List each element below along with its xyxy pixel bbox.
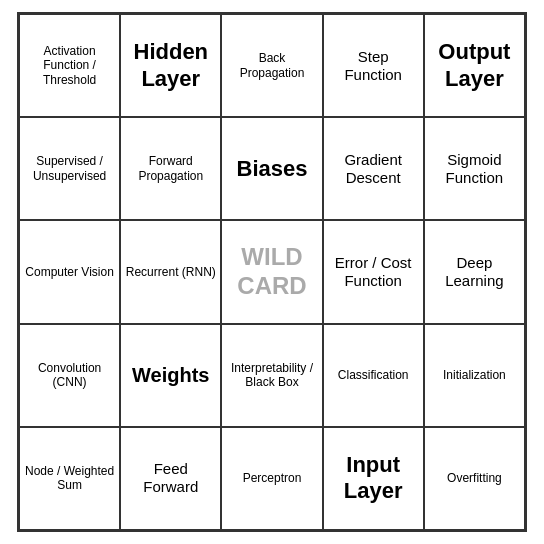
bingo-cell-2[interactable]: Back Propagation — [221, 14, 322, 117]
bingo-cell-7[interactable]: Biases — [221, 117, 322, 220]
bingo-cell-0[interactable]: Activation Function / Threshold — [19, 14, 120, 117]
bingo-cell-18[interactable]: Classification — [323, 324, 424, 427]
bingo-cell-11[interactable]: Recurrent (RNN) — [120, 220, 221, 323]
bingo-cell-5[interactable]: Supervised / Unsupervised — [19, 117, 120, 220]
bingo-cell-8[interactable]: Gradient Descent — [323, 117, 424, 220]
bingo-cell-1[interactable]: Hidden Layer — [120, 14, 221, 117]
bingo-cell-22[interactable]: Perceptron — [221, 427, 322, 530]
bingo-cell-24[interactable]: Overfitting — [424, 427, 525, 530]
bingo-cell-20[interactable]: Node / Weighted Sum — [19, 427, 120, 530]
bingo-cell-9[interactable]: Sigmoid Function — [424, 117, 525, 220]
bingo-card: Activation Function / ThresholdHidden La… — [17, 12, 527, 532]
bingo-cell-10[interactable]: Computer Vision — [19, 220, 120, 323]
bingo-cell-3[interactable]: Step Function — [323, 14, 424, 117]
bingo-cell-19[interactable]: Initialization — [424, 324, 525, 427]
bingo-cell-16[interactable]: Weights — [120, 324, 221, 427]
bingo-cell-15[interactable]: Convolution (CNN) — [19, 324, 120, 427]
bingo-cell-4[interactable]: Output Layer — [424, 14, 525, 117]
bingo-cell-17[interactable]: Interpretability / Black Box — [221, 324, 322, 427]
bingo-cell-14[interactable]: Deep Learning — [424, 220, 525, 323]
bingo-cell-13[interactable]: Error / Cost Function — [323, 220, 424, 323]
bingo-cell-23[interactable]: Input Layer — [323, 427, 424, 530]
bingo-cell-12[interactable]: WILD CARD — [221, 220, 322, 323]
bingo-cell-6[interactable]: Forward Propagation — [120, 117, 221, 220]
bingo-cell-21[interactable]: Feed Forward — [120, 427, 221, 530]
